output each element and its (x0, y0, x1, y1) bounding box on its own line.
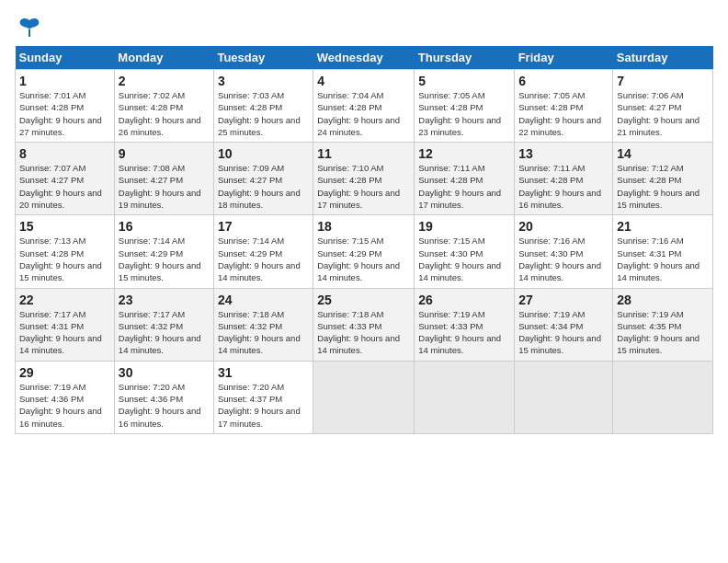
day-info: Sunrise: 7:15 AM Sunset: 4:30 PM Dayligh… (418, 235, 510, 283)
calendar-cell: 2Sunrise: 7:02 AM Sunset: 4:28 PM Daylig… (114, 70, 213, 143)
day-info: Sunrise: 7:11 AM Sunset: 4:28 PM Dayligh… (418, 162, 510, 211)
day-number: 13 (518, 146, 609, 161)
day-info: Sunrise: 7:01 AM Sunset: 4:28 PM Dayligh… (19, 89, 110, 138)
header-monday: Monday (114, 46, 213, 70)
day-info: Sunrise: 7:04 AM Sunset: 4:28 PM Dayligh… (317, 89, 410, 138)
calendar-cell: 6Sunrise: 7:05 AM Sunset: 4:28 PM Daylig… (515, 70, 613, 143)
day-number: 26 (418, 293, 510, 307)
day-info: Sunrise: 7:19 AM Sunset: 4:33 PM Dayligh… (418, 308, 510, 357)
day-number: 17 (218, 219, 309, 234)
calendar-cell: 1Sunrise: 7:01 AM Sunset: 4:28 PM Daylig… (16, 70, 115, 143)
day-number: 20 (518, 219, 609, 234)
day-number: 31 (218, 365, 309, 380)
day-info: Sunrise: 7:08 AM Sunset: 4:27 PM Dayligh… (119, 162, 210, 211)
day-info: Sunrise: 7:03 AM Sunset: 4:28 PM Dayligh… (218, 89, 309, 138)
day-number: 3 (218, 74, 309, 88)
day-number: 8 (19, 146, 110, 161)
day-info: Sunrise: 7:19 AM Sunset: 4:34 PM Dayligh… (518, 308, 609, 357)
day-info: Sunrise: 7:02 AM Sunset: 4:28 PM Dayligh… (119, 89, 210, 138)
calendar-week-row: 8Sunrise: 7:07 AM Sunset: 4:27 PM Daylig… (16, 143, 713, 215)
day-info: Sunrise: 7:20 AM Sunset: 4:37 PM Dayligh… (218, 381, 309, 430)
day-info: Sunrise: 7:12 AM Sunset: 4:28 PM Dayligh… (617, 162, 709, 211)
day-number: 27 (518, 293, 609, 307)
day-info: Sunrise: 7:09 AM Sunset: 4:27 PM Dayligh… (218, 162, 309, 211)
day-number: 6 (518, 74, 609, 88)
day-info: Sunrise: 7:11 AM Sunset: 4:28 PM Dayligh… (518, 162, 609, 211)
day-info: Sunrise: 7:18 AM Sunset: 4:33 PM Dayligh… (317, 308, 410, 357)
day-info: Sunrise: 7:16 AM Sunset: 4:31 PM Dayligh… (617, 235, 709, 283)
calendar-cell: 20Sunrise: 7:16 AM Sunset: 4:30 PM Dayli… (515, 215, 613, 288)
calendar-table: SundayMondayTuesdayWednesdayThursdayFrid… (15, 46, 713, 434)
calendar-cell: 23Sunrise: 7:17 AM Sunset: 4:32 PM Dayli… (114, 288, 213, 361)
day-info: Sunrise: 7:06 AM Sunset: 4:27 PM Dayligh… (617, 89, 709, 138)
calendar-cell: 21Sunrise: 7:16 AM Sunset: 4:31 PM Dayli… (613, 215, 713, 288)
day-info: Sunrise: 7:20 AM Sunset: 4:36 PM Dayligh… (119, 381, 210, 430)
calendar-cell: 19Sunrise: 7:15 AM Sunset: 4:30 PM Dayli… (415, 215, 515, 288)
day-number: 14 (617, 146, 709, 161)
day-number: 11 (317, 146, 410, 161)
calendar-week-row: 29Sunrise: 7:19 AM Sunset: 4:36 PM Dayli… (16, 361, 713, 433)
day-number: 23 (119, 293, 210, 307)
day-number: 10 (218, 146, 309, 161)
calendar-cell: 13Sunrise: 7:11 AM Sunset: 4:28 PM Dayli… (515, 143, 613, 215)
calendar-cell: 26Sunrise: 7:19 AM Sunset: 4:33 PM Dayli… (415, 288, 515, 361)
calendar-week-row: 22Sunrise: 7:17 AM Sunset: 4:31 PM Dayli… (16, 288, 713, 361)
page-container: SundayMondayTuesdayWednesdayThursdayFrid… (0, 0, 728, 442)
calendar-cell: 25Sunrise: 7:18 AM Sunset: 4:33 PM Dayli… (313, 288, 415, 361)
calendar-cell: 22Sunrise: 7:17 AM Sunset: 4:31 PM Dayli… (16, 288, 115, 361)
day-number: 28 (617, 293, 709, 307)
day-info: Sunrise: 7:19 AM Sunset: 4:35 PM Dayligh… (617, 308, 709, 357)
calendar-cell (613, 361, 713, 433)
day-number: 22 (19, 293, 110, 307)
day-number: 2 (119, 74, 210, 88)
logo-bird-icon (17, 15, 42, 40)
calendar-cell: 11Sunrise: 7:10 AM Sunset: 4:28 PM Dayli… (313, 143, 415, 215)
calendar-cell: 14Sunrise: 7:12 AM Sunset: 4:28 PM Dayli… (613, 143, 713, 215)
calendar-cell: 17Sunrise: 7:14 AM Sunset: 4:29 PM Dayli… (213, 215, 313, 288)
calendar-cell: 27Sunrise: 7:19 AM Sunset: 4:34 PM Dayli… (515, 288, 613, 361)
day-number: 4 (317, 74, 410, 88)
day-info: Sunrise: 7:14 AM Sunset: 4:29 PM Dayligh… (119, 235, 210, 283)
day-number: 24 (218, 293, 309, 307)
header-friday: Friday (515, 46, 613, 70)
logo (15, 15, 42, 37)
day-info: Sunrise: 7:19 AM Sunset: 4:36 PM Dayligh… (19, 381, 110, 430)
calendar-cell: 18Sunrise: 7:15 AM Sunset: 4:29 PM Dayli… (313, 215, 415, 288)
day-number: 5 (418, 74, 510, 88)
day-number: 19 (418, 219, 510, 234)
calendar-cell: 3Sunrise: 7:03 AM Sunset: 4:28 PM Daylig… (213, 70, 313, 143)
day-info: Sunrise: 7:16 AM Sunset: 4:30 PM Dayligh… (518, 235, 609, 283)
header-sunday: Sunday (16, 46, 115, 70)
day-number: 16 (119, 219, 210, 234)
day-info: Sunrise: 7:05 AM Sunset: 4:28 PM Dayligh… (418, 89, 510, 138)
day-number: 21 (617, 219, 709, 234)
header-saturday: Saturday (613, 46, 713, 70)
calendar-cell: 10Sunrise: 7:09 AM Sunset: 4:27 PM Dayli… (213, 143, 313, 215)
calendar-cell (515, 361, 613, 433)
calendar-cell: 7Sunrise: 7:06 AM Sunset: 4:27 PM Daylig… (613, 70, 713, 143)
day-info: Sunrise: 7:15 AM Sunset: 4:29 PM Dayligh… (317, 235, 410, 283)
day-number: 25 (317, 293, 410, 307)
calendar-cell: 9Sunrise: 7:08 AM Sunset: 4:27 PM Daylig… (114, 143, 213, 215)
calendar-week-row: 15Sunrise: 7:13 AM Sunset: 4:28 PM Dayli… (16, 215, 713, 288)
day-number: 12 (418, 146, 510, 161)
day-info: Sunrise: 7:18 AM Sunset: 4:32 PM Dayligh… (218, 308, 309, 357)
calendar-cell: 8Sunrise: 7:07 AM Sunset: 4:27 PM Daylig… (16, 143, 115, 215)
day-info: Sunrise: 7:17 AM Sunset: 4:32 PM Dayligh… (119, 308, 210, 357)
header-tuesday: Tuesday (213, 46, 313, 70)
day-number: 9 (119, 146, 210, 161)
day-info: Sunrise: 7:05 AM Sunset: 4:28 PM Dayligh… (518, 89, 609, 138)
calendar-cell: 29Sunrise: 7:19 AM Sunset: 4:36 PM Dayli… (16, 361, 115, 433)
day-number: 7 (617, 74, 709, 88)
day-info: Sunrise: 7:13 AM Sunset: 4:28 PM Dayligh… (19, 235, 110, 283)
calendar-cell: 30Sunrise: 7:20 AM Sunset: 4:36 PM Dayli… (114, 361, 213, 433)
day-info: Sunrise: 7:10 AM Sunset: 4:28 PM Dayligh… (317, 162, 410, 211)
header-wednesday: Wednesday (313, 46, 415, 70)
header-thursday: Thursday (415, 46, 515, 70)
header (15, 15, 713, 37)
calendar-cell (415, 361, 515, 433)
calendar-cell: 31Sunrise: 7:20 AM Sunset: 4:37 PM Dayli… (213, 361, 313, 433)
calendar-cell: 15Sunrise: 7:13 AM Sunset: 4:28 PM Dayli… (16, 215, 115, 288)
calendar-cell: 4Sunrise: 7:04 AM Sunset: 4:28 PM Daylig… (313, 70, 415, 143)
calendar-week-row: 1Sunrise: 7:01 AM Sunset: 4:28 PM Daylig… (16, 70, 713, 143)
